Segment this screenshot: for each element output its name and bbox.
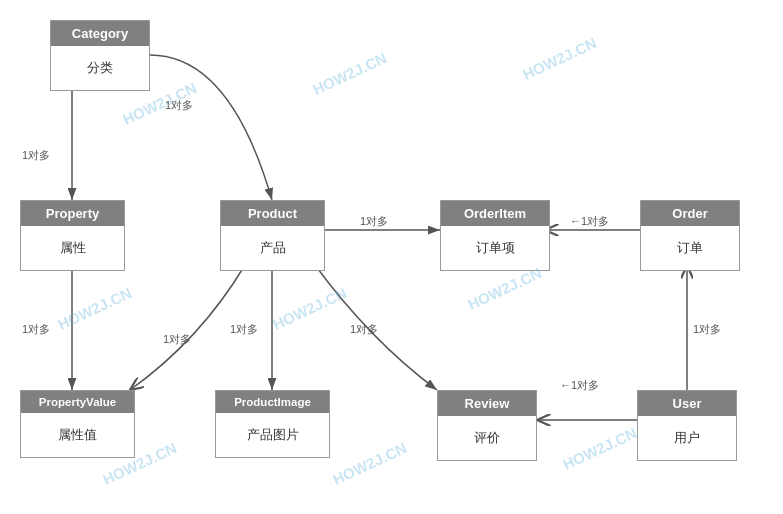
entity-product-body: 产品 (221, 226, 324, 270)
rel-label-cat-prop: 1对多 (22, 148, 50, 163)
entity-propertyvalue: PropertyValue 属性值 (20, 390, 135, 458)
watermark-5: HOW2J.CN (270, 284, 349, 333)
rel-label-user-order: 1对多 (693, 322, 721, 337)
entity-orderitem: OrderItem 订单项 (440, 200, 550, 271)
diagram-container: 1对多 1对多 1对多 ←1对多 1对多 1对多 1对多 1对多 1对多 ←1对… (0, 0, 783, 514)
entity-productimage: ProductImage 产品图片 (215, 390, 330, 458)
entity-review: Review 评价 (437, 390, 537, 461)
entity-order-header: Order (641, 201, 739, 226)
watermark-8: HOW2J.CN (330, 439, 409, 488)
entity-review-header: Review (438, 391, 536, 416)
rel-label-order-orderitem: ←1对多 (570, 214, 609, 229)
entity-propertyvalue-header: PropertyValue (21, 391, 134, 413)
entity-user-header: User (638, 391, 736, 416)
watermark-4: HOW2J.CN (55, 284, 134, 333)
entity-property-header: Property (21, 201, 124, 226)
entity-category-body: 分类 (51, 46, 149, 90)
watermark-9: HOW2J.CN (560, 424, 639, 473)
entity-user: User 用户 (637, 390, 737, 461)
entity-category-header: Category (51, 21, 149, 46)
rel-label-prod-orderitem: 1对多 (360, 214, 388, 229)
entity-review-body: 评价 (438, 416, 536, 460)
entity-order: Order 订单 (640, 200, 740, 271)
entity-orderitem-body: 订单项 (441, 226, 549, 270)
rel-label-cat-prod: 1对多 (165, 98, 193, 113)
entity-productimage-header: ProductImage (216, 391, 329, 413)
rel-label-prod-propval: 1对多 (163, 332, 191, 347)
entity-orderitem-header: OrderItem (441, 201, 549, 226)
watermark-6: HOW2J.CN (465, 264, 544, 313)
rel-label-prod-review: 1对多 (350, 322, 378, 337)
entity-order-body: 订单 (641, 226, 739, 270)
entity-propertyvalue-body: 属性值 (21, 413, 134, 457)
entity-product-header: Product (221, 201, 324, 226)
rel-label-prop-propval: 1对多 (22, 322, 50, 337)
entity-user-body: 用户 (638, 416, 736, 460)
entity-category: Category 分类 (50, 20, 150, 91)
rel-label-prod-prodimg: 1对多 (230, 322, 258, 337)
watermark-2: HOW2J.CN (310, 49, 389, 98)
entity-property-body: 属性 (21, 226, 124, 270)
entity-property: Property 属性 (20, 200, 125, 271)
watermark-3: HOW2J.CN (520, 34, 599, 83)
entity-productimage-body: 产品图片 (216, 413, 329, 457)
rel-label-user-review: ←1对多 (560, 378, 599, 393)
entity-product: Product 产品 (220, 200, 325, 271)
